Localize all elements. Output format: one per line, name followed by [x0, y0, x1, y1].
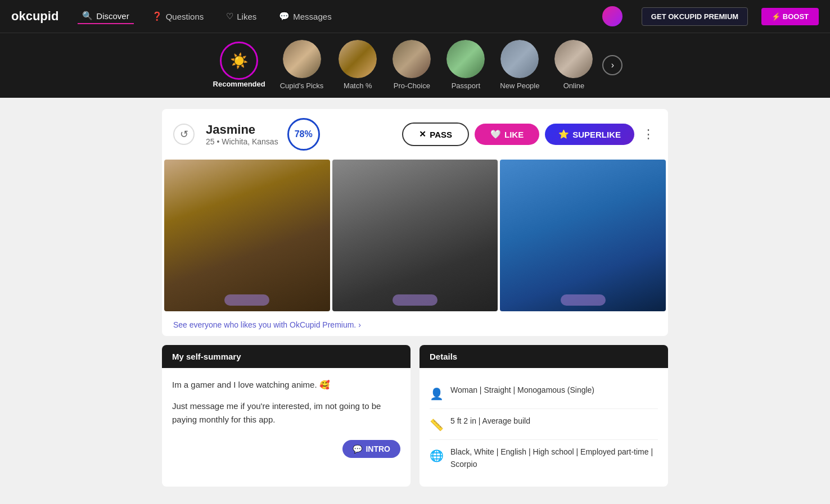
cupids-picks-photo: [283, 40, 321, 78]
category-pro-choice-label: Pro-Choice: [394, 81, 430, 90]
photo-blur-1: [224, 294, 269, 306]
message-icon: 💬: [353, 444, 362, 453]
nav-messages[interactable]: 💬 Messages: [274, 9, 336, 24]
passport-photo: [446, 40, 485, 78]
pass-button[interactable]: ✕ PASS: [402, 122, 469, 146]
category-recommended-label: Recommended: [213, 80, 265, 88]
message-icon: 💬: [279, 11, 290, 21]
details-header: Details: [419, 345, 668, 368]
category-new-people-label: New People: [500, 81, 539, 90]
category-passport-label: Passport: [452, 81, 480, 90]
profile-photo-2[interactable]: [332, 160, 498, 311]
user-avatar[interactable]: [602, 6, 622, 26]
superlike-icon: ⭐: [558, 129, 569, 139]
heart-icon: 🤍: [490, 129, 501, 139]
self-summary-card: My self-summary Im a gamer and I love wa…: [162, 345, 411, 487]
main-content: ↺ Jasmine 25 • Wichita, Kansas 78% ✕ PAS…: [151, 109, 679, 487]
heart-icon: ♡: [226, 11, 233, 21]
summary-text-2: Just message me if you're interested, im…: [172, 399, 400, 426]
premium-upsell[interactable]: See everyone who likes you with OkCupid …: [162, 314, 668, 336]
profile-photo-1[interactable]: [164, 160, 330, 311]
category-online-label: Online: [563, 81, 585, 90]
detail-background: 🌐 Black, White | English | High school |…: [430, 440, 658, 476]
recommended-icon: ☀️: [220, 42, 258, 80]
details-body: 👤 Woman | Straight | Monogamous (Single)…: [419, 368, 668, 487]
online-photo: [554, 40, 593, 78]
match-percentage: 78%: [287, 118, 320, 151]
nav-likes[interactable]: ♡ Likes: [222, 9, 261, 24]
self-summary-header: My self-summary: [162, 345, 411, 368]
action-buttons: ✕ PASS 🤍 LIKE ⭐ SUPERLIKE ⋮: [402, 122, 657, 146]
discover-icon: 🔍: [82, 11, 93, 21]
category-cupids-picks-label: Cupid's Picks: [280, 81, 324, 90]
category-new-people[interactable]: New People: [494, 38, 545, 92]
globe-icon: 🌐: [430, 447, 444, 465]
photo-blur-2: [393, 294, 437, 306]
height-icon: 📏: [430, 416, 444, 434]
top-navigation: okcupid 🔍 Discover ❓ Questions ♡ Likes 💬…: [0, 0, 830, 33]
detail-gender: 👤 Woman | Straight | Monogamous (Single): [430, 378, 658, 409]
self-summary-body: Im a gamer and I love watching anime. 🥰 …: [162, 368, 411, 444]
photos-strip: [162, 160, 668, 314]
category-recommended[interactable]: ☀️ Recommended: [208, 39, 271, 90]
category-cupids-picks[interactable]: Cupid's Picks: [274, 38, 330, 92]
pro-choice-photo: [393, 40, 431, 78]
new-people-photo: [500, 40, 539, 78]
profile-name-block: Jasmine 25 • Wichita, Kansas: [206, 122, 278, 146]
profile-photo-3[interactable]: [500, 160, 666, 311]
more-options-button[interactable]: ⋮: [640, 125, 657, 144]
details-card: Details 👤 Woman | Straight | Monogamous …: [419, 345, 668, 487]
nav-discover[interactable]: 🔍 Discover: [78, 8, 133, 24]
like-button[interactable]: 🤍 LIKE: [475, 124, 539, 145]
profile-header: ↺ Jasmine 25 • Wichita, Kansas 78% ✕ PAS…: [162, 109, 668, 160]
detail-height: 📏 5 ft 2 in | Average build: [430, 409, 658, 440]
superlike-button[interactable]: ⭐ SUPERLIKE: [545, 124, 634, 145]
photo-blur-3: [561, 294, 606, 306]
category-bar: ☀️ Recommended Cupid's Picks Match % Pro…: [0, 33, 830, 98]
boost-button[interactable]: ⚡ BOOST: [761, 8, 819, 25]
category-next-button[interactable]: ›: [602, 55, 622, 75]
brand-logo: okcupid: [11, 9, 58, 24]
category-passport[interactable]: Passport: [440, 38, 491, 92]
match-photo: [339, 40, 377, 78]
undo-button[interactable]: ↺: [173, 124, 195, 145]
category-pro-choice[interactable]: Pro-Choice: [386, 38, 437, 92]
summary-text-1: Im a gamer and I love watching anime. 🥰: [172, 378, 400, 392]
nav-questions[interactable]: ❓ Questions: [147, 9, 209, 24]
profile-card: ↺ Jasmine 25 • Wichita, Kansas 78% ✕ PAS…: [162, 109, 668, 336]
profile-name: Jasmine: [206, 122, 278, 137]
premium-button[interactable]: GET OKCUPID PREMIUM: [642, 7, 748, 26]
category-match[interactable]: Match %: [332, 38, 383, 92]
category-match-label: Match %: [344, 81, 372, 90]
x-icon: ✕: [419, 129, 426, 139]
category-online[interactable]: Online: [548, 38, 599, 92]
intro-button[interactable]: 💬 INTRO: [342, 440, 400, 458]
gender-icon: 👤: [430, 385, 444, 403]
profile-location: 25 • Wichita, Kansas: [206, 137, 278, 146]
profile-sections: My self-summary Im a gamer and I love wa…: [162, 345, 668, 487]
questions-icon: ❓: [152, 11, 163, 21]
